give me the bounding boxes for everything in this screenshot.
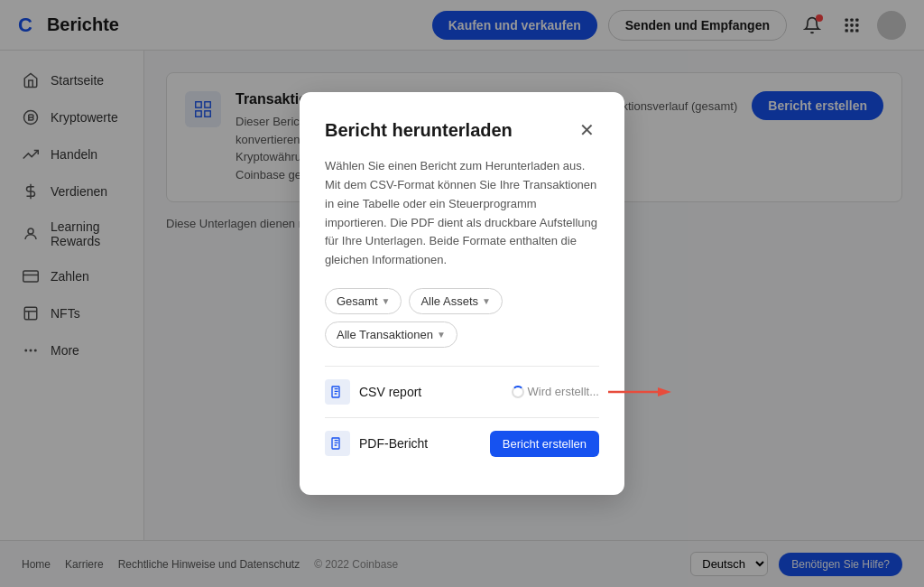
filter-assets-label: Alle Assets [420, 294, 478, 308]
csv-report-left: CSV report [325, 379, 421, 405]
filter-assets[interactable]: Alle Assets ▼ [409, 288, 503, 314]
filter-gesamt-label: Gesamt [337, 294, 378, 308]
filter-transactions-label: Alle Transaktionen [337, 328, 433, 341]
svg-marker-25 [658, 387, 671, 396]
modal-filters: Gesamt ▼ Alle Assets ▼ Alle Transaktione… [325, 288, 599, 348]
csv-status-label: Wird erstellt... [528, 385, 599, 398]
pdf-report-icon [325, 431, 350, 456]
pdf-report-right: Bericht erstellen [490, 431, 599, 457]
modal-description: Wählen Sie einen Bericht zum Herunterlad… [325, 157, 599, 270]
csv-report-name: CSV report [359, 385, 421, 399]
modal-dialog: Bericht herunterladen ✕ Wählen Sie einen… [300, 92, 624, 495]
csv-report-icon [325, 379, 350, 405]
red-arrow-icon [608, 385, 671, 399]
pdf-create-button[interactable]: Bericht erstellen [490, 431, 599, 457]
filter-transactions[interactable]: Alle Transaktionen ▼ [325, 321, 457, 348]
modal-title: Bericht herunterladen [325, 120, 513, 141]
loading-spinner [512, 386, 524, 398]
pdf-report-left: PDF-Bericht [325, 431, 428, 456]
filter-assets-arrow: ▼ [482, 296, 491, 306]
modal-header: Bericht herunterladen ✕ [325, 117, 599, 143]
modal-close-button[interactable]: ✕ [574, 117, 599, 143]
pdf-report-name: PDF-Bericht [359, 436, 428, 451]
csv-status: Wird erstellt... [512, 385, 599, 398]
red-arrow-indicator [608, 385, 671, 399]
filter-gesamt-arrow: ▼ [382, 296, 391, 306]
csv-report-right: Wird erstellt... [512, 385, 599, 398]
filter-gesamt[interactable]: Gesamt ▼ [325, 288, 402, 314]
csv-report-row: CSV report Wird erstellt... [325, 366, 599, 417]
pdf-report-row: PDF-Bericht Bericht erstellen [325, 417, 599, 470]
filter-transactions-arrow: ▼ [437, 330, 446, 340]
modal-overlay[interactable]: Bericht herunterladen ✕ Wählen Sie einen… [0, 0, 924, 587]
